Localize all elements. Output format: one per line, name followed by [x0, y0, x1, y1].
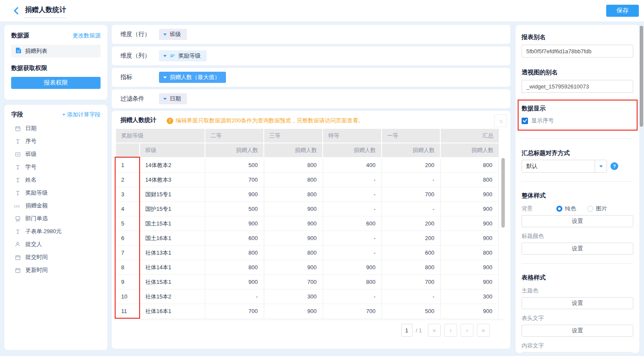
seq-cell: 9 — [116, 275, 140, 289]
value-cell: 800 — [264, 173, 323, 187]
background-setting-button[interactable]: 设置 — [522, 215, 633, 227]
last-page-icon[interactable]: » — [477, 324, 490, 337]
field-item-捐赠金额[interactable]: 123捐赠金额 — [11, 199, 101, 212]
summary-align-select[interactable]: 默认 — [522, 160, 607, 173]
seq-cell: 8 — [116, 260, 140, 275]
field-item-班级[interactable]: 班级 — [11, 148, 101, 161]
back-icon[interactable] — [11, 6, 21, 16]
header-text-setting-button[interactable]: 设置 — [522, 325, 633, 337]
seq-cell: 3 — [116, 187, 140, 202]
value-cell: 900 — [441, 304, 499, 319]
value-cell: 400 — [323, 158, 382, 173]
save-button[interactable]: 保存 — [606, 5, 639, 17]
field-item-提交人[interactable]: 提交人 — [11, 238, 101, 251]
report-permission-button[interactable]: 报表权限 — [11, 77, 101, 89]
select-icon — [14, 151, 21, 158]
table-row: 8社体14本1800900900800900 — [116, 260, 499, 275]
title-color-label: 标题颜色 — [522, 232, 633, 240]
field-item-更新时间[interactable]: 更新时间 — [11, 264, 101, 277]
page-input[interactable] — [401, 324, 412, 337]
field-item-日期[interactable]: 日期 — [11, 122, 101, 135]
title-color-setting-button[interactable]: 设置 — [522, 243, 633, 255]
sort-order-icon[interactable]: ↑↓ — [494, 114, 507, 127]
field-label: 更新时间 — [25, 266, 48, 274]
solid-color-label[interactable]: 纯色 — [565, 205, 576, 213]
datasource-item-label: 捐赠列表 — [25, 47, 47, 55]
field-tag[interactable]: 班级 — [159, 29, 187, 40]
widget-alias-input[interactable] — [522, 80, 633, 93]
first-page-icon[interactable]: « — [428, 324, 441, 337]
class-cell: 国土15本1 — [140, 216, 205, 231]
sort-lines-icon — [170, 53, 175, 58]
pivot-table: 奖励等级二等三等特等一等汇总班级捐赠人数捐赠人数捐赠人数捐赠人数捐赠人数 114… — [116, 129, 499, 319]
page-scrollbar-thumb[interactable] — [640, 26, 643, 127]
content-text-setting-button[interactable]: 设置 — [522, 352, 633, 353]
value-cell: 800 — [264, 246, 323, 260]
value-cell: 800 — [205, 260, 264, 275]
table-scrollbar-thumb[interactable] — [501, 158, 505, 228]
fields-title: 字段 — [11, 111, 23, 119]
table-row: 6国土16本1600900-200900 — [116, 231, 499, 246]
top-bar: 捐赠人数统计 保存 — [0, 0, 644, 21]
field-label: 学号 — [25, 163, 37, 171]
field-tag[interactable]: 奖励等级 — [159, 50, 207, 61]
field-item-姓名[interactable]: 姓名 — [11, 173, 101, 186]
value-cell: 800 — [264, 187, 323, 202]
header-cell: 捐赠人数 — [264, 143, 323, 158]
add-calc-field-link[interactable]: + 添加计算字段 — [62, 111, 101, 119]
summary-align-value: 默认 — [522, 162, 595, 170]
pagination: / 1 « ‹ › » — [118, 319, 504, 337]
radio-image[interactable] — [587, 206, 593, 212]
datasource-panel: 数据源 更改数据源 捐赠列表 数据获取权限 报表权限 — [4, 25, 107, 100]
field-item-学号[interactable]: 学号 — [11, 161, 101, 173]
value-cell: 800 — [205, 246, 264, 260]
field-item-序号[interactable]: 序号 — [11, 135, 101, 148]
field-item-奖励等级[interactable]: 奖励等级 — [11, 186, 101, 199]
field-tag[interactable]: 捐赠人数（最大值） — [159, 72, 226, 83]
class-cell: 14体教本2 — [140, 158, 205, 173]
class-cell: 国财15专1 — [140, 187, 205, 202]
checkbox-checked-icon[interactable] — [522, 118, 528, 124]
text-icon — [14, 164, 21, 170]
field-item-子表单.2980元[interactable]: 子表单.2980元 — [11, 225, 101, 238]
value-cell: 900 — [441, 202, 499, 216]
header-cell: 捐赠人数 — [205, 143, 264, 158]
value-cell: 200 — [382, 158, 441, 173]
value-cell: 900 — [205, 275, 264, 289]
value-cell: 200 — [382, 216, 441, 231]
field-tag[interactable]: 日期 — [159, 93, 187, 104]
report-alias-input[interactable] — [522, 45, 633, 58]
change-datasource-link[interactable]: 更改数据源 — [73, 32, 101, 40]
image-label[interactable]: 图片 — [596, 205, 607, 213]
field-item-部门单选[interactable]: 部门单选 — [11, 212, 101, 225]
value-cell: 900 — [441, 231, 499, 246]
show-seq-checkbox-row[interactable]: 显示序号 — [522, 117, 633, 125]
header-cell: 捐赠人数 — [323, 143, 382, 158]
header-cell: 三等 — [264, 129, 323, 143]
table-title: 捐赠人数统计 — [120, 116, 156, 124]
seq-cell: 11 — [116, 304, 140, 319]
table-row: 3国财15专1900800-700900 — [116, 187, 499, 202]
prev-page-icon[interactable]: ‹ — [444, 324, 457, 337]
theme-color-setting-button[interactable]: 设置 — [522, 297, 633, 309]
value-cell: 900 — [264, 260, 323, 275]
calendar-icon — [14, 254, 21, 261]
seq-cell: 1 — [116, 158, 140, 173]
value-cell: 500 — [205, 158, 264, 173]
radio-solid-color-selected[interactable] — [556, 206, 562, 212]
datasource-item[interactable]: 捐赠列表 — [11, 45, 101, 58]
field-item-提交时间[interactable]: 提交时间 — [11, 251, 101, 264]
table-row: 11社体16本1700900700500900 — [116, 304, 499, 319]
background-radio-row: 背景 纯色 图片 — [522, 205, 633, 213]
help-icon[interactable]: ? — [610, 162, 618, 170]
background-label: 背景 — [522, 205, 556, 213]
divider — [522, 138, 633, 139]
page-title[interactable]: 捐赠人数统计 — [25, 6, 66, 18]
next-page-icon[interactable]: › — [461, 324, 473, 337]
field-label: 姓名 — [25, 176, 37, 184]
value-cell: 300 — [264, 289, 323, 304]
seq-cell: 10 — [116, 289, 140, 304]
calendar-icon — [14, 267, 21, 274]
config-row: 维度（列）奖励等级 — [112, 46, 510, 65]
report-alias-label: 报表别名 — [522, 33, 633, 41]
